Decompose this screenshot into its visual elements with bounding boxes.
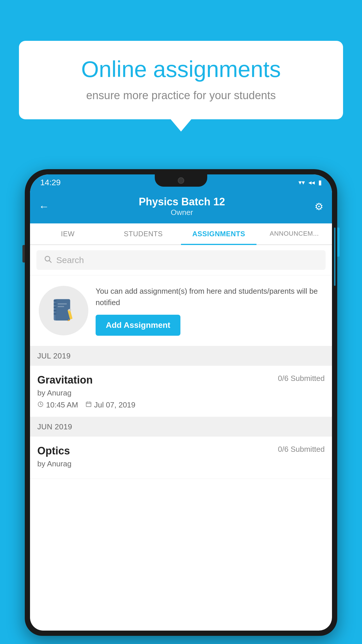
svg-rect-15 [86, 402, 91, 407]
tab-assignments[interactable]: ASSIGNMENTS [181, 223, 256, 244]
promo-description: You can add assignment(s) from here and … [96, 286, 325, 308]
header-subtitle: Owner [49, 208, 314, 217]
calendar-icon [85, 401, 92, 409]
clock-icon [37, 401, 44, 409]
speech-bubble: Online assignments ensure more practice … [19, 41, 343, 119]
svg-rect-8 [54, 313, 56, 315]
assignment-name-optics: Optics [37, 445, 70, 457]
bubble-title: Online assignments [38, 57, 324, 82]
settings-icon[interactable]: ⚙ [314, 201, 323, 212]
phone-screen: 14:29 ▾▾ ◂◂ ▮ ← Physics Batch 12 Owner ⚙ [30, 174, 332, 631]
assignment-item-optics[interactable]: Optics 0/6 Submitted by Anurag [30, 437, 332, 479]
assignment-time-gravitation: 10:45 AM [37, 400, 78, 410]
tab-students[interactable]: STUDENTS [106, 223, 181, 244]
phone-outer: 14:29 ▾▾ ◂◂ ▮ ← Physics Batch 12 Owner ⚙ [25, 169, 337, 636]
speech-bubble-container: Online assignments ensure more practice … [19, 41, 343, 119]
search-container: Search [30, 245, 332, 275]
svg-rect-10 [58, 306, 64, 307]
wifi-icon: ▾▾ [298, 179, 305, 186]
search-icon [44, 255, 52, 265]
assignment-date-gravitation: Jul 07, 2019 [85, 400, 136, 410]
assignment-top: Gravitation 0/6 Submitted [37, 374, 325, 386]
status-time: 14:29 [40, 178, 61, 187]
svg-rect-4 [54, 300, 56, 302]
app-header: ← Physics Batch 12 Owner ⚙ [30, 190, 332, 223]
notebook-icon [50, 298, 77, 324]
search-placeholder: Search [56, 255, 84, 265]
assignment-meta-gravitation: 10:45 AM Jul 07, 2019 [37, 400, 325, 410]
svg-rect-6 [54, 307, 56, 308]
header-title: Physics Batch 12 [49, 196, 314, 208]
scroll-indicator [334, 228, 335, 286]
signal-icon: ◂◂ [308, 179, 315, 186]
svg-line-1 [49, 260, 51, 262]
section-header-jul: JUL 2019 [30, 346, 332, 366]
section-header-jun: JUN 2019 [30, 417, 332, 437]
battery-icon: ▮ [318, 179, 322, 186]
phone-wrapper: 14:29 ▾▾ ◂◂ ▮ ← Physics Batch 12 Owner ⚙ [25, 169, 337, 644]
tab-iew[interactable]: IEW [30, 223, 106, 244]
phone-notch [155, 174, 207, 187]
assignment-item-gravitation[interactable]: Gravitation 0/6 Submitted by Anurag 10:4… [30, 366, 332, 417]
header-title-area: Physics Batch 12 Owner [49, 196, 314, 217]
status-icons: ▾▾ ◂◂ ▮ [298, 179, 322, 186]
search-bar[interactable]: Search [36, 250, 326, 270]
back-button[interactable]: ← [39, 200, 49, 213]
assignment-status-optics: 0/6 Submitted [278, 445, 325, 454]
promo-content: You can add assignment(s) from here and … [96, 286, 325, 336]
add-assignment-button[interactable]: Add Assignment [96, 315, 180, 336]
phone-button-left [22, 245, 25, 262]
svg-rect-5 [54, 303, 56, 305]
svg-rect-3 [55, 299, 70, 321]
promo-icon-circle [39, 286, 88, 335]
assignment-author-optics: by Anurag [37, 459, 325, 468]
assignment-author-gravitation: by Anurag [37, 388, 325, 398]
assignment-status-gravitation: 0/6 Submitted [278, 374, 325, 383]
phone-camera [178, 177, 184, 184]
svg-rect-7 [54, 310, 56, 312]
assignment-name-gravitation: Gravitation [37, 374, 93, 386]
phone-button-right [337, 228, 340, 257]
tabs-bar: IEW STUDENTS ASSIGNMENTS ANNOUNCEM... [30, 223, 332, 245]
svg-rect-9 [58, 303, 67, 304]
assignment-top-optics: Optics 0/6 Submitted [37, 445, 325, 457]
promo-section: You can add assignment(s) from here and … [30, 275, 332, 346]
tab-announcements[interactable]: ANNOUNCEM... [256, 223, 332, 244]
bubble-subtitle: ensure more practice for your students [38, 89, 324, 102]
